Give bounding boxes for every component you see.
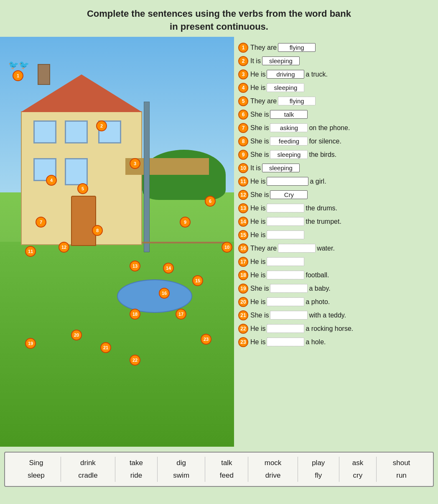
sentence-suffix-19: a baby.: [309, 285, 330, 292]
sentence-suffix-21: with a teddy.: [309, 312, 346, 319]
answer-box-6[interactable]: talk: [270, 110, 308, 119]
sentence-prefix-15: He is: [250, 231, 265, 239]
answer-box-8[interactable]: feeding: [270, 137, 308, 146]
sentence-prefix-12: She is: [250, 191, 269, 199]
word-bank-row-1: Singdrinktakedigtalkmockplayaskshout: [12, 457, 426, 469]
chimney: [38, 64, 50, 85]
answer-box-15[interactable]: [267, 230, 304, 239]
answer-box-1[interactable]: flying: [278, 43, 316, 52]
answer-box-9[interactable]: sleeping: [270, 150, 308, 159]
sentence-prefix-18: He is: [250, 271, 265, 279]
sentence-row-1: 1They are flying: [238, 41, 430, 54]
answer-box-10[interactable]: sleeping: [262, 164, 300, 172]
sentence-prefix-1: They are: [250, 44, 277, 51]
sentence-row-5: 5They are flying: [238, 95, 430, 108]
sentence-num-18: 18: [238, 270, 248, 280]
illus-num-12: 12: [59, 242, 69, 253]
illus-num-10: 10: [222, 242, 232, 253]
sentence-prefix-21: She is: [250, 312, 269, 319]
sentence-row-11: 11He is a girl.: [238, 175, 430, 188]
tree-group: [142, 150, 226, 200]
header-line1: Complete the sentences using the verbs f…: [8, 8, 430, 20]
sentence-num-6: 6: [238, 110, 248, 120]
illus-num-23: 23: [201, 334, 211, 345]
pond: [117, 279, 192, 313]
sentence-row-19: 19She is a baby.: [238, 282, 430, 295]
illus-num-13: 13: [130, 261, 140, 271]
word-bank-cell: cradle: [61, 469, 115, 482]
illustration-panel: 🐦🐦 1234567891011121314151617181920212223: [0, 37, 234, 447]
word-bank-cell: ride: [115, 469, 157, 482]
answer-box-7[interactable]: asking: [270, 123, 308, 132]
answer-box-2[interactable]: sleeping: [262, 56, 300, 65]
sentence-suffix-16: water.: [317, 245, 335, 252]
sentence-prefix-22: He is: [250, 325, 265, 333]
sentence-row-13: 13He is the drums.: [238, 202, 430, 215]
sentence-num-12: 12: [238, 190, 248, 200]
drainpipe: [144, 102, 150, 252]
answer-box-21[interactable]: [270, 311, 308, 320]
answer-box-12[interactable]: Cry: [270, 190, 308, 199]
sentence-row-23: 23He is a hole.: [238, 335, 430, 349]
sentence-num-4: 4: [238, 83, 248, 93]
sentence-num-14: 14: [238, 217, 248, 227]
sentence-prefix-3: He is: [250, 71, 265, 78]
answer-box-23[interactable]: [267, 338, 304, 346]
sentence-prefix-23: He is: [250, 338, 265, 346]
page-container: Complete the sentences using the verbs f…: [0, 0, 438, 504]
word-bank-cell: shout: [377, 457, 426, 469]
word-bank-cell: take: [115, 457, 157, 469]
sentence-num-2: 2: [238, 56, 248, 66]
sentence-suffix-13: the drums.: [306, 205, 337, 212]
sentence-num-19: 19: [238, 284, 248, 294]
sentence-prefix-2: It is: [250, 57, 261, 65]
word-bank-cell: fly: [298, 469, 339, 482]
sentence-num-1: 1: [238, 43, 248, 53]
sentence-num-16: 16: [238, 243, 248, 253]
sentence-suffix-23: a hole.: [306, 338, 326, 346]
sentence-suffix-8: for silence.: [309, 138, 341, 145]
answer-box-13[interactable]: [267, 204, 304, 212]
sentence-prefix-13: He is: [250, 205, 265, 212]
sentence-row-12: 12She is Cry: [238, 188, 430, 202]
content-area: 🐦🐦 1234567891011121314151617181920212223…: [0, 37, 438, 447]
window-1: [33, 120, 56, 143]
answer-box-16[interactable]: [278, 244, 316, 253]
answer-box-3[interactable]: driving: [267, 70, 304, 79]
word-bank-cell: Sing: [12, 457, 61, 469]
sentence-prefix-20: He is: [250, 298, 265, 306]
answer-box-18[interactable]: [267, 271, 304, 279]
illus-num-14: 14: [163, 263, 174, 274]
sentence-num-7: 7: [238, 123, 248, 133]
word-bank-cell: dig: [157, 457, 205, 469]
sentence-num-20: 20: [238, 297, 248, 307]
birds-illustration: 🐦🐦: [8, 60, 29, 70]
illus-num-4: 4: [46, 175, 57, 186]
sentence-suffix-3: a truck.: [306, 71, 327, 78]
page-header: Complete the sentences using the verbs f…: [0, 0, 438, 37]
answer-box-17[interactable]: [267, 257, 304, 266]
answer-box-20[interactable]: [267, 297, 304, 306]
sentence-prefix-7: She is: [250, 124, 269, 132]
illus-num-18: 18: [130, 309, 140, 320]
sentence-num-11: 11: [238, 177, 248, 187]
sentence-num-9: 9: [238, 150, 248, 160]
illus-num-22: 22: [130, 355, 140, 366]
sentence-row-7: 7She is asking on the phone.: [238, 121, 430, 135]
answer-box-22[interactable]: [267, 324, 304, 333]
sentence-row-9: 9She is sleeping the birds.: [238, 148, 430, 161]
sentence-prefix-10: It is: [250, 164, 261, 172]
sentence-prefix-9: She is: [250, 151, 269, 159]
sentence-prefix-4: He is: [250, 84, 265, 92]
illus-num-9: 9: [180, 217, 191, 228]
answer-box-19[interactable]: [270, 284, 308, 293]
sentence-num-5: 5: [238, 96, 248, 106]
answer-box-11[interactable]: [267, 177, 308, 186]
sentence-prefix-5: They are: [250, 97, 277, 105]
illus-num-1: 1: [13, 70, 23, 81]
sentence-row-22: 22He is a rocking horse.: [238, 322, 430, 335]
answer-box-5[interactable]: flying: [278, 97, 316, 105]
answer-box-14[interactable]: [267, 217, 304, 226]
answer-box-4[interactable]: sleeping: [267, 83, 304, 92]
word-bank-cell: cry: [339, 469, 376, 482]
